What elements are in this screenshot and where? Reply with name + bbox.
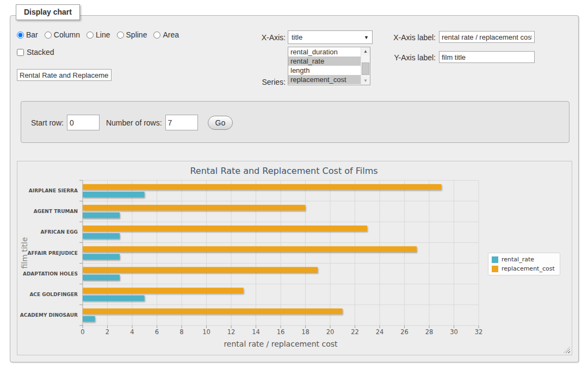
x-axis-select[interactable]: title ▼ xyxy=(288,30,373,44)
y-axis-label-input[interactable] xyxy=(439,51,535,63)
bar-rental_rate-academy-dinosaur[interactable] xyxy=(83,316,95,322)
legend-item-replacement_cost[interactable]: replacement_cost xyxy=(492,265,555,272)
chevron-down-icon: ▼ xyxy=(364,35,369,40)
y-category-label: AGENT TRUMAN xyxy=(34,209,78,214)
start-row-label: Start row: xyxy=(31,118,64,127)
series-multiselect[interactable]: rental_durationrental_ratelengthreplacem… xyxy=(288,47,370,85)
chart-title-input[interactable] xyxy=(17,69,112,81)
x-tick-label: 32 xyxy=(475,328,483,336)
x-tick-label: 20 xyxy=(326,328,335,336)
y-category-label: AFFAIR PREJUDICE xyxy=(27,250,78,256)
x-tick-label: 24 xyxy=(376,328,384,336)
chart-type-option-area[interactable]: Area xyxy=(153,30,179,39)
scroll-down-icon[interactable]: ▼ xyxy=(361,77,370,85)
chart-legend: rental_ratereplacement_cost xyxy=(488,253,560,275)
x-tick-label: 14 xyxy=(252,328,260,336)
chart-type-radio-line[interactable] xyxy=(86,32,94,39)
x-tick-label: 12 xyxy=(227,328,236,336)
chart-type-radiogroup: BarColumnLineSplineArea xyxy=(17,30,183,39)
series-options: rental_durationrental_ratelengthreplacem… xyxy=(288,47,361,85)
chart-type-label: Spline xyxy=(126,30,147,39)
series-option-rental_rate[interactable]: rental_rate xyxy=(288,57,361,66)
bar-rental_rate-african-egg[interactable] xyxy=(83,233,120,239)
num-rows-input[interactable] xyxy=(165,115,198,130)
y-axis-label-label: Y-Axis label: xyxy=(390,53,436,62)
bar-replacement_cost-airplane-sierra[interactable] xyxy=(83,184,442,190)
bar-rental_rate-airplane-sierra[interactable] xyxy=(83,192,145,197)
bar-replacement_cost-agent-truman[interactable] xyxy=(83,205,305,211)
scrollbar-thumb[interactable] xyxy=(362,62,369,75)
row-params-panel: Start row: Number of rows: Go xyxy=(21,101,570,143)
bar-rental_rate-adaptation-holes[interactable] xyxy=(83,274,120,280)
x-tick-label: 8 xyxy=(180,328,183,336)
chart-type-option-column[interactable]: Column xyxy=(45,30,80,39)
chart-container: Rental Rate and Replacement Cost of Film… xyxy=(17,161,572,355)
x-tick-label: 30 xyxy=(450,328,458,336)
chart-type-label: Column xyxy=(54,30,80,39)
chart-type-label: Bar xyxy=(26,30,38,39)
series-option-rental_duration[interactable]: rental_duration xyxy=(288,47,361,57)
series-option-replacement_cost[interactable]: replacement_cost xyxy=(288,75,361,84)
legend-swatch-icon xyxy=(492,256,498,263)
chart-type-radio-spline[interactable] xyxy=(117,32,124,39)
chart-type-label: Line xyxy=(96,30,110,39)
chart-title: Rental Rate and Replacement Cost of Film… xyxy=(190,166,377,176)
bar-replacement_cost-academy-dinosaur[interactable] xyxy=(83,309,343,315)
chart-type-option-line[interactable]: Line xyxy=(86,30,110,39)
x-tick-label: 10 xyxy=(202,328,211,336)
bar-replacement_cost-adaptation-holes[interactable] xyxy=(83,267,318,273)
bar-replacement_cost-ace-goldfinger[interactable] xyxy=(83,288,244,294)
x-axis-label-input[interactable] xyxy=(439,31,535,43)
bar-replacement_cost-african-egg[interactable] xyxy=(83,225,367,231)
bar-rental_rate-ace-goldfinger[interactable] xyxy=(83,296,145,302)
x-tick-label: 18 xyxy=(301,328,310,336)
chart-type-radio-column[interactable] xyxy=(45,32,52,39)
x-tick-label: 4 xyxy=(130,328,134,336)
stacked-label: Stacked xyxy=(27,48,54,57)
display-chart-tab: Display chart xyxy=(16,4,80,20)
x-tick-label: 28 xyxy=(425,328,434,336)
series-option-length[interactable]: length xyxy=(288,66,361,75)
num-rows-label: Number of rows: xyxy=(106,118,162,127)
y-category-label: ACE GOLDFINGER xyxy=(29,292,78,297)
x-axis-select-label: X-Axis: xyxy=(244,33,286,42)
bar-rental_rate-agent-truman[interactable] xyxy=(83,212,120,218)
series-scrollbar[interactable]: ▲ ▼ xyxy=(361,47,370,85)
bar-rental_rate-affair-prejudice[interactable] xyxy=(83,254,120,260)
y-axis-title: film title xyxy=(20,237,29,268)
x-axis-title: rental rate / replacement cost xyxy=(224,340,338,348)
scroll-up-icon[interactable]: ▲ xyxy=(361,47,370,55)
stacked-option[interactable]: Stacked xyxy=(17,48,54,57)
x-tick-label: 2 xyxy=(106,328,109,336)
go-button[interactable]: Go xyxy=(208,116,233,130)
chart-type-option-bar[interactable]: Bar xyxy=(17,30,38,39)
y-category-label: AIRPLANE SIERRA xyxy=(29,188,78,193)
chart-type-label: Area xyxy=(163,30,179,39)
series-select-label: Series: xyxy=(244,78,286,86)
x-axis-label-label: X-Axis label: xyxy=(390,33,436,42)
x-tick-label: 6 xyxy=(155,328,159,336)
x-tick-label: 0 xyxy=(81,328,84,336)
x-tick-label: 26 xyxy=(400,328,408,336)
x-axis-selected-value: title xyxy=(292,33,302,41)
y-category-label: ACADEMY DINOSAUR xyxy=(20,312,78,318)
display-chart-container: Display chart BarColumnLineSplineArea St… xyxy=(10,15,579,362)
bar-replacement_cost-affair-prejudice[interactable] xyxy=(83,246,417,252)
legend-item-rental_rate[interactable]: rental_rate xyxy=(492,256,555,263)
legend-swatch-icon xyxy=(492,266,498,272)
chart-type-radio-area[interactable] xyxy=(153,32,160,39)
chart-type-radio-bar[interactable] xyxy=(17,32,24,39)
stacked-checkbox[interactable] xyxy=(17,49,24,56)
legend-label: replacement_cost xyxy=(502,265,555,272)
start-row-input[interactable] xyxy=(67,115,100,130)
x-tick-label: 16 xyxy=(277,328,285,336)
x-tick-label: 22 xyxy=(351,328,359,336)
y-category-label: AFRICAN EGG xyxy=(40,229,78,235)
y-category-label: ADAPTATION HOLES xyxy=(23,271,78,277)
chart-type-option-spline[interactable]: Spline xyxy=(117,30,147,39)
legend-label: rental_rate xyxy=(502,256,534,263)
